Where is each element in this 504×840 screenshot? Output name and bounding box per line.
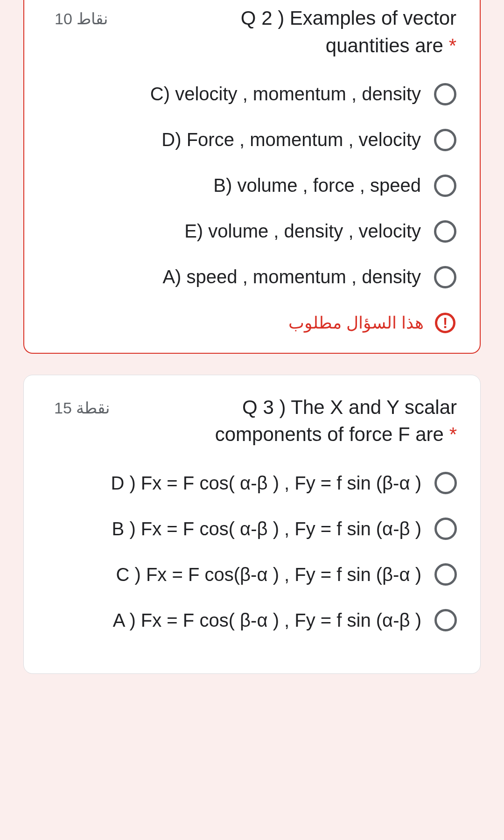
title-line-2: components of force F are (215, 423, 444, 445)
option-row[interactable]: D ) Fx = F cos( α-β ) , Fy = f sin (β-α … (47, 472, 457, 494)
option-label: A) speed , momentum , density (162, 266, 421, 287)
options-group: D ) Fx = F cos( α-β ) , Fy = f sin (β-α … (47, 472, 457, 631)
title-line-1: Q 2 ) Examples of vector (241, 7, 456, 29)
option-row[interactable]: B ) Fx = F cos( α-β ) , Fy = f sin (α-β … (47, 518, 457, 540)
option-row[interactable]: C) velocity , momentum , density (48, 83, 456, 105)
option-row[interactable]: D) Force , momentum , velocity (48, 129, 456, 151)
required-asterisk: * (449, 423, 457, 445)
option-label: D ) Fx = F cos( α-β ) , Fy = f sin (β-α … (111, 473, 421, 494)
radio-icon[interactable] (434, 518, 457, 540)
option-label: C) velocity , momentum , density (150, 84, 421, 105)
required-error-row: ! هذا السؤال مطلوب (48, 312, 456, 334)
question-title: Q 3 ) The X and Y scalar components of f… (110, 394, 457, 449)
option-label: E) volume , density , velocity (184, 221, 421, 242)
points-label: 10 نقاط (48, 5, 108, 28)
question-header: Q 2 ) Examples of vector quantities are … (48, 5, 456, 60)
option-row[interactable]: B) volume , force , speed (48, 175, 456, 197)
option-label: C ) Fx = F cos(β-α ) , Fy = f sin (β-α ) (116, 564, 422, 585)
title-line-1: Q 3 ) The X and Y scalar (242, 396, 457, 418)
radio-icon[interactable] (434, 266, 456, 288)
title-line-2: quantities are (326, 35, 443, 56)
radio-icon[interactable] (434, 129, 456, 151)
required-text: هذا السؤال مطلوب (288, 313, 424, 333)
options-group: C) velocity , momentum , density D) Forc… (48, 83, 456, 288)
question-title: Q 2 ) Examples of vector quantities are … (108, 5, 456, 60)
radio-icon[interactable] (434, 83, 456, 105)
error-glyph: ! (443, 315, 448, 330)
required-asterisk: * (449, 35, 456, 56)
question-card-2: Q 2 ) Examples of vector quantities are … (23, 0, 481, 354)
error-icon: ! (435, 313, 455, 333)
option-row[interactable]: A) speed , momentum , density (48, 266, 456, 288)
option-label: D) Force , momentum , velocity (161, 129, 421, 150)
radio-icon[interactable] (434, 563, 457, 586)
radio-icon[interactable] (434, 220, 456, 243)
option-label: A ) Fx = F cos( β-α ) , Fy = f sin (α-β … (113, 610, 421, 631)
error-icon-wrap: ! (434, 312, 456, 334)
points-label: 15 نقطة (47, 394, 110, 417)
radio-icon[interactable] (434, 472, 457, 494)
radio-icon[interactable] (434, 175, 456, 197)
radio-icon[interactable] (434, 609, 457, 631)
option-row[interactable]: E) volume , density , velocity (48, 220, 456, 243)
question-card-3: Q 3 ) The X and Y scalar components of f… (23, 375, 481, 674)
option-row[interactable]: A ) Fx = F cos( β-α ) , Fy = f sin (α-β … (47, 609, 457, 631)
option-label: B ) Fx = F cos( α-β ) , Fy = f sin (α-β … (112, 518, 421, 539)
option-row[interactable]: C ) Fx = F cos(β-α ) , Fy = f sin (β-α ) (47, 563, 457, 586)
option-label: B) volume , force , speed (213, 175, 421, 196)
question-header: Q 3 ) The X and Y scalar components of f… (47, 394, 457, 449)
